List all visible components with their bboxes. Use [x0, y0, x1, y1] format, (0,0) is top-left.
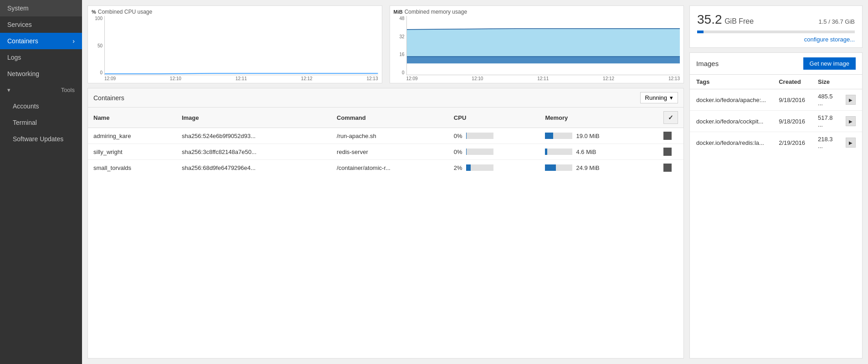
image-size: 218.3 ... [812, 132, 839, 154]
memory-chart-plot [406, 16, 680, 75]
container-stop-cell [658, 144, 683, 160]
image-created: 2/19/2016 [772, 132, 812, 154]
container-command: redis-server [331, 144, 448, 160]
image-size: 485.5 ... [812, 89, 839, 111]
container-stop-cell [658, 160, 683, 176]
container-cpu: 2% [448, 160, 540, 176]
container-command: /container/atomic-r... [331, 160, 448, 176]
sidebar-item-accounts[interactable]: Accounts [0, 98, 82, 114]
col-tags: Tags [690, 75, 772, 89]
memory-unit: MiB [394, 9, 403, 15]
run-image-button[interactable]: ▶ [846, 138, 856, 148]
container-image: sha256:3c8ffc82148a7e50... [176, 144, 331, 160]
container-name: admiring_kare [88, 128, 176, 144]
col-action: ✓ [658, 108, 683, 128]
stop-container-button[interactable] [663, 132, 672, 140]
table-row: small_torvaldssha256:68d9fe6479296e4.../… [88, 160, 683, 176]
col-created: Created [772, 75, 812, 89]
image-run-cell: ▶ [839, 89, 862, 111]
sidebar-item-label: Terminal [13, 119, 37, 126]
images-table: Tags Created Size docker.io/fedora/apach… [690, 75, 862, 153]
images-title: Images [696, 60, 719, 67]
mem-bar-fill [545, 133, 553, 139]
cpu-chart-plot [104, 16, 378, 75]
stop-container-button[interactable] [663, 164, 672, 172]
configure-storage-link[interactable]: configure storage... [804, 36, 855, 43]
sidebar-item-label: Services [7, 21, 32, 28]
memory-chart: MiB Combined memory usage 48 32 16 0 [390, 5, 684, 83]
mem-bar-fill [545, 164, 556, 171]
mem-bar-bg [545, 149, 572, 155]
sidebar-item-label: Networking [7, 70, 39, 77]
container-command: /run-apache.sh [331, 128, 448, 144]
container-stop-cell [658, 128, 683, 144]
containers-title: Containers [93, 94, 124, 102]
sidebar-item-containers[interactable]: Containers › [0, 33, 82, 49]
cpu-bar-bg [466, 164, 493, 171]
svg-marker-2 [407, 29, 680, 57]
sidebar-item-software-updates[interactable]: Software Updates [0, 131, 82, 147]
memory-y-axis: 48 32 16 0 [394, 16, 406, 75]
sidebar-item-networking[interactable]: Networking [0, 66, 82, 82]
chevron-down-icon: ▾ [7, 87, 10, 93]
container-cpu: 0% [448, 144, 540, 160]
svg-marker-3 [407, 56, 680, 63]
sidebar: System Services Containers › Logs Networ… [0, 0, 82, 364]
sidebar-item-services[interactable]: Services [0, 16, 82, 33]
sidebar-item-label: Logs [7, 54, 21, 61]
running-filter-dropdown[interactable]: Running ▾ [640, 92, 678, 103]
table-row: docker.io/fedora/redis:la...2/19/2016218… [690, 132, 862, 154]
image-tag: docker.io/fedora/cockpit... [690, 111, 772, 132]
containers-panel: Containers Running ▾ Name Image Command … [87, 88, 684, 359]
cpu-bar-bg [466, 133, 493, 139]
select-all-check[interactable]: ✓ [663, 111, 678, 124]
container-memory: 4.6 MiB [539, 144, 658, 160]
col-size: Size [812, 75, 839, 89]
table-row: admiring_karesha256:524e6b9f9052d93.../r… [88, 128, 683, 144]
image-size: 517.8 ... [812, 111, 839, 132]
containers-header: Containers Running ▾ [88, 88, 683, 108]
col-run [839, 75, 862, 89]
sidebar-item-label: System [7, 5, 29, 12]
sidebar-item-label: Tools [61, 87, 75, 93]
image-tag: docker.io/fedora/redis:la... [690, 132, 772, 154]
run-image-button[interactable]: ▶ [846, 116, 856, 126]
memory-svg [407, 16, 680, 75]
cpu-x-axis: 12:09 12:10 12:11 12:12 12:13 [92, 76, 378, 81]
mem-bar-fill [545, 149, 547, 155]
memory-chart-header: MiB Combined memory usage [394, 9, 680, 15]
running-filter-label: Running [645, 94, 667, 101]
sidebar-item-terminal[interactable]: Terminal [0, 114, 82, 131]
cpu-unit: % [92, 9, 96, 15]
center-panel: % Combined CPU usage 100 50 0 [87, 5, 684, 359]
containers-table: Name Image Command CPU Memory ✓ admiring [88, 108, 683, 175]
memory-chart-title: Combined memory usage [405, 9, 467, 15]
container-memory: 19.0 MiB [539, 128, 658, 144]
col-image: Image [176, 108, 331, 128]
dropdown-chevron-icon: ▾ [670, 94, 673, 101]
table-row: docker.io/fedora/cockpit...9/18/2016517.… [690, 111, 862, 132]
svg-rect-0 [105, 16, 378, 75]
sidebar-item-logs[interactable]: Logs [0, 49, 82, 66]
container-name: small_torvalds [88, 160, 176, 176]
content-area: % Combined CPU usage 100 50 0 [82, 0, 868, 364]
run-image-button[interactable]: ▶ [846, 95, 856, 105]
storage-bar-fill [697, 31, 704, 33]
col-cpu: CPU [448, 108, 540, 128]
get-new-image-button[interactable]: Get new image [803, 57, 856, 70]
storage-unit-label: GiB Free [724, 17, 754, 25]
main-content: % Combined CPU usage 100 50 0 [82, 0, 868, 364]
cpu-bar-fill [466, 164, 471, 171]
sidebar-item-system[interactable]: System [0, 0, 82, 16]
image-tag: docker.io/fedora/apache:... [690, 89, 772, 111]
storage-bar [697, 31, 855, 33]
stop-container-button[interactable] [663, 148, 672, 156]
cpu-bar-fill [466, 133, 467, 139]
sidebar-item-label: Containers [7, 37, 38, 45]
mem-bar-bg [545, 164, 572, 171]
images-header: Images Get new image [690, 53, 862, 75]
container-image: sha256:524e6b9f9052d93... [176, 128, 331, 144]
chevron-right-icon: › [72, 37, 75, 45]
image-run-cell: ▶ [839, 132, 862, 154]
sidebar-group-tools[interactable]: ▾ Tools [0, 82, 82, 98]
